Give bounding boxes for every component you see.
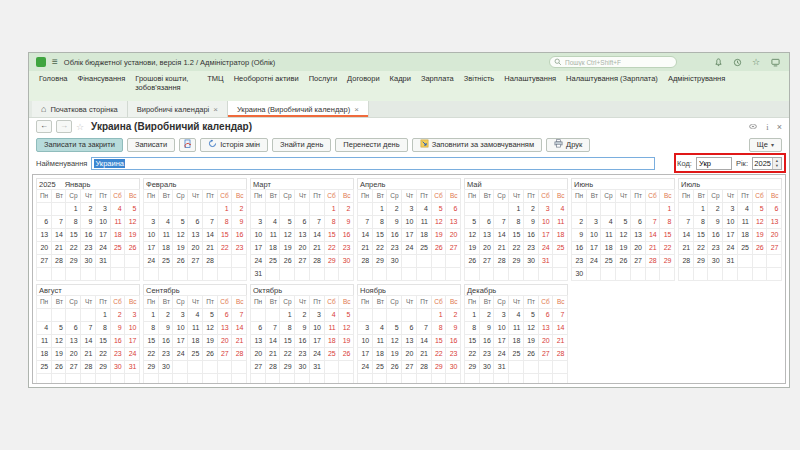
- day-cell[interactable]: 21: [265, 348, 280, 361]
- day-cell[interactable]: 29: [66, 255, 81, 268]
- day-cell[interactable]: 16: [479, 335, 494, 348]
- day-cell[interactable]: 4: [372, 322, 387, 335]
- day-cell[interactable]: 6: [538, 309, 553, 322]
- name-input[interactable]: Украина: [91, 157, 655, 170]
- day-cell[interactable]: 28: [81, 361, 96, 374]
- day-cell[interactable]: 1: [217, 203, 232, 216]
- menu-item[interactable]: Налаштування: [504, 74, 556, 83]
- day-cell[interactable]: 12: [202, 322, 217, 335]
- day-cell[interactable]: 2: [232, 203, 247, 216]
- day-cell[interactable]: 13: [251, 335, 266, 348]
- display-settings-icon[interactable]: [770, 57, 780, 67]
- day-cell[interactable]: 24: [358, 361, 373, 374]
- day-cell[interactable]: 11: [265, 229, 280, 242]
- day-cell[interactable]: 31: [538, 255, 553, 268]
- day-cell[interactable]: 24: [144, 255, 159, 268]
- day-cell[interactable]: 19: [616, 242, 631, 255]
- day-cell[interactable]: 8: [431, 322, 446, 335]
- day-cell[interactable]: 12: [280, 229, 295, 242]
- day-cell[interactable]: 16: [387, 229, 402, 242]
- favorites-icon[interactable]: ☆: [751, 57, 761, 67]
- day-cell[interactable]: 21: [679, 242, 694, 255]
- day-cell[interactable]: 23: [446, 348, 461, 361]
- day-cell[interactable]: 27: [538, 348, 553, 361]
- day-cell[interactable]: 19: [125, 229, 140, 242]
- day-cell[interactable]: 2: [708, 203, 723, 216]
- day-cell[interactable]: 22: [465, 348, 480, 361]
- menu-item[interactable]: ТМЦ: [207, 74, 223, 83]
- day-cell[interactable]: 19: [752, 229, 767, 242]
- day-cell[interactable]: 22: [509, 242, 524, 255]
- day-cell[interactable]: 1: [693, 203, 708, 216]
- day-cell[interactable]: 12: [339, 322, 354, 335]
- day-cell[interactable]: 26: [387, 361, 402, 374]
- day-cell[interactable]: 18: [265, 242, 280, 255]
- day-cell[interactable]: 14: [265, 335, 280, 348]
- back-button[interactable]: ←: [36, 120, 52, 133]
- day-cell[interactable]: 15: [509, 229, 524, 242]
- day-cell[interactable]: 17: [95, 229, 110, 242]
- day-cell[interactable]: 14: [358, 229, 373, 242]
- day-cell[interactable]: 20: [402, 348, 417, 361]
- day-cell[interactable]: 6: [479, 216, 494, 229]
- day-cell[interactable]: 9: [479, 322, 494, 335]
- day-cell[interactable]: 22: [144, 348, 159, 361]
- day-cell[interactable]: 6: [66, 322, 81, 335]
- day-cell[interactable]: 5: [387, 322, 402, 335]
- day-cell[interactable]: 10: [358, 335, 373, 348]
- day-cell[interactable]: 15: [372, 229, 387, 242]
- menu-item[interactable]: Грошові кошти, зобов'язання: [135, 74, 197, 93]
- day-cell[interactable]: 6: [767, 203, 782, 216]
- day-cell[interactable]: 16: [81, 229, 96, 242]
- day-cell[interactable]: 17: [144, 242, 159, 255]
- day-cell[interactable]: 11: [509, 322, 524, 335]
- day-cell[interactable]: 13: [37, 229, 52, 242]
- day-cell[interactable]: 9: [523, 216, 538, 229]
- day-cell[interactable]: 4: [416, 203, 431, 216]
- day-cell[interactable]: 21: [81, 348, 96, 361]
- day-cell[interactable]: 8: [95, 322, 110, 335]
- toolbar-icon-button[interactable]: [179, 138, 196, 152]
- day-cell[interactable]: 27: [251, 361, 266, 374]
- day-cell[interactable]: 26: [280, 255, 295, 268]
- day-cell[interactable]: 15: [280, 335, 295, 348]
- day-cell[interactable]: 9: [446, 322, 461, 335]
- day-cell[interactable]: 15: [465, 335, 480, 348]
- day-cell[interactable]: 31: [494, 361, 509, 374]
- day-cell[interactable]: 17: [723, 229, 738, 242]
- day-cell[interactable]: 31: [95, 255, 110, 268]
- day-cell[interactable]: 18: [158, 242, 173, 255]
- toolbar-button[interactable]: Записати: [127, 138, 175, 152]
- day-cell[interactable]: 31: [309, 361, 324, 374]
- day-cell[interactable]: 29: [324, 255, 339, 268]
- day-cell[interactable]: 26: [51, 361, 66, 374]
- day-cell[interactable]: 8: [280, 322, 295, 335]
- day-cell[interactable]: 10: [402, 216, 417, 229]
- day-cell[interactable]: 16: [446, 335, 461, 348]
- day-cell[interactable]: 25: [324, 348, 339, 361]
- day-cell[interactable]: 5: [616, 216, 631, 229]
- day-cell[interactable]: 22: [66, 242, 81, 255]
- day-cell[interactable]: 25: [509, 348, 524, 361]
- day-cell[interactable]: 18: [737, 229, 752, 242]
- more-button[interactable]: Ще ▾: [749, 138, 782, 152]
- day-cell[interactable]: 29: [372, 255, 387, 268]
- day-cell[interactable]: 17: [494, 335, 509, 348]
- day-cell[interactable]: 17: [173, 335, 188, 348]
- day-cell[interactable]: 27: [188, 255, 203, 268]
- day-cell[interactable]: 4: [553, 203, 568, 216]
- tab-close-icon[interactable]: ×: [354, 105, 359, 114]
- day-cell[interactable]: 7: [309, 216, 324, 229]
- day-cell[interactable]: 11: [372, 335, 387, 348]
- day-cell[interactable]: 20: [66, 348, 81, 361]
- menu-item[interactable]: Налаштування (Зарплата): [566, 74, 658, 83]
- day-cell[interactable]: 2: [572, 216, 587, 229]
- day-cell[interactable]: 11: [188, 322, 203, 335]
- day-cell[interactable]: 21: [553, 335, 568, 348]
- day-cell[interactable]: 11: [158, 229, 173, 242]
- day-cell[interactable]: 4: [158, 216, 173, 229]
- day-cell[interactable]: 2: [387, 203, 402, 216]
- day-cell[interactable]: 4: [324, 309, 339, 322]
- day-cell[interactable]: 22: [280, 348, 295, 361]
- day-cell[interactable]: 29: [465, 361, 480, 374]
